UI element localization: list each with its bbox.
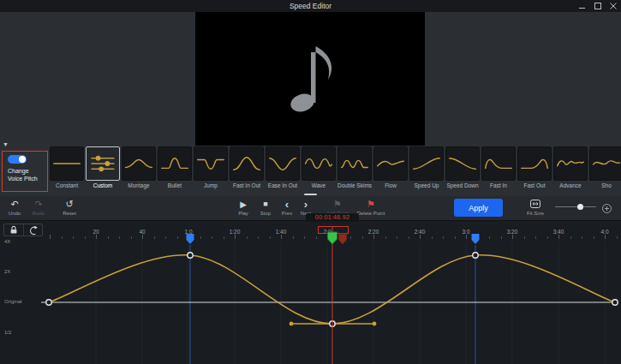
curve-point-4[interactable] [612,300,618,305]
preset-curve-icon [158,146,192,181]
preset-curve-icon [230,146,264,181]
voice-pitch-panel: Change Voice Pitch [2,151,48,192]
preset-custom[interactable]: Custom [86,146,120,191]
preset-label: Fast In Out [233,182,260,188]
fit-size-icon [529,199,541,210]
secondary-marker[interactable] [339,234,347,244]
preset-list: ConstantCustomMontageBulletJumpFast In O… [50,146,621,191]
maximize-icon[interactable] [594,3,601,9]
preset-fast-in-out[interactable]: Fast In Out [230,146,264,191]
keyframe-marker-1[interactable] [472,234,480,244]
toolbar-button-label: Play [238,211,248,216]
zoom-in-icon[interactable] [601,202,612,213]
flag-red-icon: ⚑ [367,199,375,210]
preset-curve-icon [86,146,120,181]
toolbar-button-label: Delete Point [357,211,385,216]
preset-wave[interactable]: Wave [302,146,336,191]
preset-double-skims[interactable]: Double Skims [337,146,372,191]
preset-jump[interactable]: Jump [194,146,228,191]
preset-label: Montage [128,182,149,188]
play-icon: ▶ [240,199,247,210]
zoom-slider-track [555,206,596,207]
toggle-knob [19,156,26,163]
voice-pitch-toggle[interactable] [8,155,27,164]
undo-button[interactable]: ↶Undo [3,199,26,216]
preset-curve-icon [481,146,516,181]
curve-canvas[interactable] [0,221,621,364]
redo-button[interactable]: ↷Redo [27,199,50,216]
preset-advance[interactable]: Advance [553,146,588,191]
preset-curve-icon [266,146,300,181]
flag-icon: ⚑ [333,199,342,210]
zoom-slider[interactable] [555,204,596,211]
preset-label: Ease In Out [268,182,297,188]
fit-size-label: Fit Size [527,211,544,216]
preset-curve-icon [373,146,408,181]
keyframe-marker-0[interactable] [187,234,194,244]
voice-pitch-label-line1: Change [8,167,47,175]
curve-point-3[interactable] [473,253,478,258]
curve-point-0[interactable] [46,300,51,305]
preset-curve-icon [194,146,228,181]
preset-fast-in[interactable]: Fast In [481,146,516,191]
preset-label: Speed Down [446,182,478,188]
titlebar[interactable]: Speed Editor [0,0,621,12]
preset-curve-icon [122,146,156,181]
zoom-slider-knob[interactable] [577,204,583,210]
music-note-icon [277,41,343,116]
voice-pitch-label-line2: Voice Pitch [8,175,47,182]
reset-button[interactable]: ↺Reset [58,199,81,216]
close-icon[interactable] [610,3,617,9]
preset-ease-in-out[interactable]: Ease In Out [266,146,300,191]
minimize-icon[interactable] [579,3,586,9]
stop-button[interactable]: ■Stop [254,199,277,216]
prev-button[interactable]: ‹Prev [278,199,296,216]
prev-icon: ‹ [285,199,289,210]
preset-curve-icon [409,146,444,181]
timeline: 20401:01:201:402:02:202:403:03:203:404:0… [0,220,621,364]
curve-point-1[interactable] [188,253,193,258]
preset-speed-down[interactable]: Speed Down [445,146,480,191]
preset-speed-up[interactable]: Speed Up [409,146,444,191]
speed-editor-window: Speed Editor ▼ Change Voice Pitch Consta… [0,0,621,364]
playhead-marker[interactable] [328,232,337,244]
collapse-arrow-icon[interactable]: ▼ [3,141,9,148]
toolbar-button-label: Undo [9,211,21,216]
toolbar-button-label: Prev [282,211,292,216]
fit-size-button[interactable]: Fit Size [521,199,550,216]
preset-label: Advance [559,182,581,188]
preset-curve-icon [553,146,588,181]
reset-icon: ↺ [65,199,73,210]
toolbar-button-label: Reset [63,211,76,216]
preset-montage[interactable]: Montage [122,146,156,191]
preset-curve-icon [517,146,552,181]
window-title: Speed Editor [290,2,331,10]
preset-label: Bullet [168,182,182,188]
preset-curve-icon [445,146,480,181]
preset-constant[interactable]: Constant [50,146,84,191]
window-controls [579,0,617,12]
apply-button[interactable]: Apply [454,199,503,217]
toolbar-button-label: Stop [260,211,271,216]
preset-sho[interactable]: Sho [589,146,621,191]
video-preview [195,12,425,146]
preset-label: Jump [204,182,218,188]
preset-scrollbar[interactable] [304,194,317,195]
preset-flow[interactable]: Flow [373,146,408,191]
preset-label: Wave [312,182,325,188]
preset-curve-icon [302,146,336,181]
preset-fast-out[interactable]: Fast Out [517,146,552,191]
stop-icon: ■ [263,199,267,210]
preset-label: Speed Up [415,182,439,188]
preset-label: Custom [93,182,112,188]
preset-label: Sho [601,182,612,188]
preset-curve-icon [337,146,372,181]
redo-icon: ↷ [34,199,42,210]
play-button[interactable]: ▶Play [232,199,254,216]
toolbar-button-label: Redo [33,211,45,216]
preset-label: Double Skims [337,182,372,188]
preset-curve-icon [589,146,621,181]
preset-label: Fast Out [524,182,546,188]
preset-label: Constant [56,182,78,188]
preset-bullet[interactable]: Bullet [158,146,192,191]
